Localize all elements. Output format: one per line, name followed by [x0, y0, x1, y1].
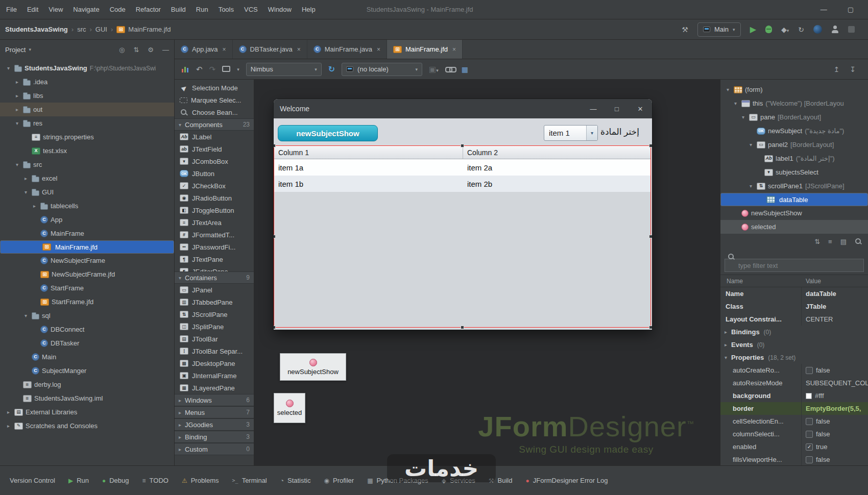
resize-handle[interactable]: [649, 326, 652, 329]
designed-frame[interactable]: Welcome — □ ✕ newSubjectShow item 1: [274, 99, 652, 330]
structure-item-panel2[interactable]: ▾▭ panel2 [BorderLayout]: [720, 138, 868, 152]
chevron-right-icon[interactable]: ▸: [5, 409, 12, 415]
link-icon[interactable]: [445, 66, 455, 72]
close-icon[interactable]: ×: [452, 46, 456, 53]
search-icon[interactable]: [855, 238, 862, 245]
palette-item-jpanel[interactable]: ▭JPanel: [175, 284, 254, 296]
property-layout-constrai[interactable]: Layout Constrai... CENTER: [720, 313, 868, 326]
structure-item-form[interactable]: ▾ (form): [720, 83, 868, 96]
resize-handle[interactable]: [461, 144, 464, 147]
close-icon[interactable]: ×: [297, 46, 301, 53]
preview-icon[interactable]: [222, 65, 230, 73]
locate-file-icon[interactable]: ◎: [119, 46, 125, 54]
structure-item-this[interactable]: ▾ this ("Welcome") [BorderLayou: [720, 96, 868, 110]
resize-handle[interactable]: [274, 235, 276, 238]
palette-section-binding[interactable]: ▸ Binding 3: [175, 431, 254, 443]
palette-section-components[interactable]: ▾ Components 23: [175, 118, 254, 131]
property-name[interactable]: Name dataTable: [720, 287, 868, 300]
palette-item-jcheckbox[interactable]: ✓JCheckBox: [175, 180, 254, 192]
chevron-down-icon[interactable]: ▾: [586, 126, 597, 140]
project-item-main[interactable]: C Main: [0, 350, 174, 364]
project-item-tablecells[interactable]: ▸ tablecells: [0, 199, 174, 213]
palette-section-custom[interactable]: ▸ Custom 0: [175, 443, 254, 455]
project-item-startframe[interactable]: C StartFrame: [0, 281, 174, 295]
resize-handle[interactable]: [274, 326, 276, 329]
close-icon[interactable]: ×: [223, 46, 226, 53]
checkbox-unchecked[interactable]: [806, 456, 813, 463]
chevron-down-icon[interactable]: ▾: [22, 313, 29, 318]
test-form-icon[interactable]: [182, 66, 189, 72]
menu-view[interactable]: View: [43, 0, 68, 19]
collapse-all-icon[interactable]: ⇅: [133, 46, 139, 54]
stop-button[interactable]: [848, 26, 855, 33]
design-canvas[interactable]: Welcome — □ ✕ newSubjectShow item 1: [254, 80, 720, 465]
menu-file[interactable]: File: [1, 0, 22, 19]
menu-help[interactable]: Help: [297, 0, 321, 19]
property-events[interactable]: ▸ Events (0): [720, 338, 868, 351]
palette-section-containers[interactable]: ▾ Containers 9: [175, 271, 254, 284]
bean-selected[interactable]: selected: [274, 393, 305, 423]
chevron-down-icon[interactable]: ▾: [748, 142, 754, 147]
undo-icon[interactable]: ↶: [196, 65, 203, 74]
structure-item-subjectsselect[interactable]: ▾ subjectsSelect: [720, 165, 868, 179]
palette-item-jtextpane[interactable]: ¶JTextPane: [175, 253, 254, 265]
subjects-combobox[interactable]: item 1 ▾: [544, 125, 598, 141]
palette-item-jlayeredpane[interactable]: ▦JLayeredPane: [175, 382, 254, 394]
menu-vcs[interactable]: VCS: [239, 0, 263, 19]
chevron-down-icon[interactable]: ▾: [14, 162, 20, 167]
palette-item-jdesktoppane[interactable]: ▩JDesktopPane: [175, 357, 254, 369]
toolwindow-debug[interactable]: ● Debug: [95, 466, 136, 495]
property-fillsviewporthe[interactable]: fillsViewportHe... false: [720, 453, 868, 465]
chevron-right-icon[interactable]: ▸: [14, 79, 20, 85]
palette-item-jbutton[interactable]: OKJButton: [175, 167, 254, 180]
property-autoresizemode[interactable]: autoResizeMode SUBSEQUENT_COL: [720, 377, 868, 389]
sort-icon[interactable]: ⇅: [814, 238, 820, 245]
property-properties[interactable]: ▾ Properties (18, 2 set): [720, 351, 868, 364]
menu-window[interactable]: Window: [263, 0, 297, 19]
resize-handle[interactable]: [649, 235, 652, 238]
palette-item-jtabbedpane[interactable]: ▥JTabbedPane: [175, 296, 254, 308]
chevron-right-icon[interactable]: ▸: [14, 93, 20, 98]
toolwindow-todo[interactable]: ≡ TODO: [136, 466, 175, 495]
project-item-src[interactable]: ▾ src: [0, 158, 174, 171]
toolwindow-problems[interactable]: ⚠ Problems: [175, 466, 226, 495]
property-background[interactable]: background #fff: [720, 389, 868, 402]
project-item-startframe-jfd[interactable]: ⊞ StartFrame.jfd: [0, 295, 174, 309]
chevron-down-icon[interactable]: ▾: [748, 183, 754, 189]
project-item-gui[interactable]: ▾ GUI: [0, 185, 174, 199]
collapse-all-icon[interactable]: ↧: [850, 65, 856, 73]
table-row[interactable]: item 1bitem 2b: [274, 176, 650, 192]
chevron-right-icon[interactable]: ▸: [722, 342, 729, 348]
palette-item-jtoolbar-separ[interactable]: ⋮JToolBar Separ...: [175, 345, 254, 357]
project-item-dbconnect[interactable]: C DBConnect: [0, 323, 174, 336]
grid-icon[interactable]: ▦: [462, 65, 468, 73]
rerun-icon[interactable]: ↻: [798, 26, 804, 34]
structure-filter-input[interactable]: [725, 259, 864, 272]
properties-column-value[interactable]: Value: [801, 278, 868, 285]
palette-item-jpasswordfi[interactable]: ••JPasswordFi...: [175, 241, 254, 253]
hide-panel-icon[interactable]: —: [162, 46, 169, 54]
code-with-me-icon[interactable]: [813, 25, 822, 34]
run-configuration-select[interactable]: Main ▾: [697, 22, 741, 37]
redo-icon[interactable]: ↷: [209, 65, 216, 74]
breadcrumb-gui[interactable]: GUI: [95, 26, 107, 33]
menu-tools[interactable]: Tools: [213, 0, 239, 19]
menu-run[interactable]: Run: [191, 0, 213, 19]
toolwindow-statistic[interactable]: ◔ Statistic: [274, 466, 318, 495]
checkbox-checked[interactable]: ✓: [806, 443, 813, 451]
chevron-right-icon[interactable]: ▸: [31, 203, 38, 209]
palette-item-jscrollpane[interactable]: ⇅JScrollPane: [175, 308, 254, 320]
chevron-right-icon[interactable]: ▸: [5, 423, 12, 429]
toolwindow-terminal[interactable]: >_ Terminal: [226, 466, 274, 495]
project-item-newsubjectframe[interactable]: C NewSubjectFrame: [0, 254, 174, 267]
properties-column-name[interactable]: Name: [720, 278, 801, 285]
tab-app-java[interactable]: CApp.java ×: [175, 40, 233, 59]
menu-refactor[interactable]: Refactor: [131, 0, 166, 19]
chevron-right-icon[interactable]: ▸: [722, 329, 729, 335]
property-autocreatero[interactable]: autoCreateRo... false: [720, 364, 868, 377]
checkbox-unchecked[interactable]: [806, 418, 813, 425]
chevron-down-icon[interactable]: ▾: [29, 47, 31, 52]
project-item-libs[interactable]: ▸ libs: [0, 89, 174, 103]
debug-button[interactable]: [765, 26, 772, 33]
structure-item-label1[interactable]: Ab label1 ("إختر المادة"): [720, 152, 868, 165]
